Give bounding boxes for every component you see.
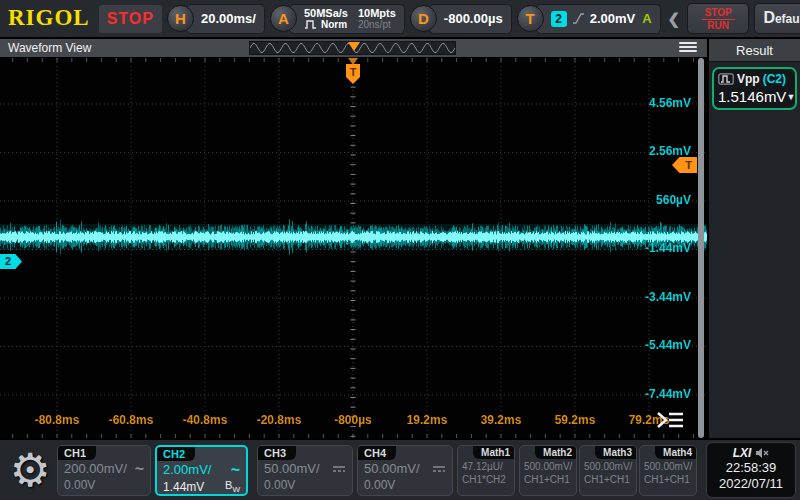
lxi-label: LXI <box>733 446 752 460</box>
trigger-knob[interactable]: T <box>517 5 544 32</box>
acquire-info[interactable]: 50MSa/s Norm 10Mpts 20ns/pt <box>289 4 405 34</box>
dc-coupling-icon <box>432 465 446 473</box>
waveform-view-titlebar: Waveform View <box>0 39 707 57</box>
channel1-block[interactable]: CH1 200.00mV/~ 0.00V <box>57 445 151 496</box>
math1-block[interactable]: Math1 47.12µU/ CH1*CH2 <box>457 445 515 496</box>
dc-coupling-icon <box>332 465 346 473</box>
math3-block[interactable]: Math3 500.00mV/ CH1+CH1 <box>579 445 637 496</box>
acquire-knob[interactable]: A <box>270 5 297 32</box>
menu-icon[interactable] <box>679 42 697 52</box>
trigger-source-badge: 2 <box>551 11 567 27</box>
acquire-control[interactable]: A 50MSa/s Norm 10Mpts 20ns/pt <box>270 4 405 34</box>
default-button[interactable]: Default <box>754 3 800 34</box>
ac-coupling-icon: ~ <box>231 462 240 477</box>
sample-rate: 50MSa/s <box>304 7 348 19</box>
rigol-gear-icon[interactable]: ⚙ <box>6 444 54 496</box>
pulse-icon <box>304 20 318 29</box>
delay-knob[interactable]: D <box>410 5 437 32</box>
trigger-info[interactable]: 2 2.00mV A <box>536 4 661 34</box>
rigol-logo: RIGOL <box>4 5 94 33</box>
stop-label: STOP <box>702 7 735 20</box>
trigger-status: A <box>642 11 651 26</box>
system-status-box[interactable]: LXI 22:58:39 2022/07/11 <box>706 442 796 498</box>
speaker-muted-icon <box>755 447 769 459</box>
sample-resolution: 20ns/pt <box>358 19 396 31</box>
overview-trigger-marker[interactable] <box>348 42 360 51</box>
channel4-block[interactable]: CH4 50.00mV/ 0.00V <box>357 445 453 496</box>
channel2-block[interactable]: CH2 2.00mV/~ 1.44mVBW <box>155 445 248 496</box>
run-label: RUN <box>702 20 735 31</box>
measurement-value: 1.5146mV <box>718 88 786 105</box>
trigger-position-marker[interactable]: T <box>346 58 360 84</box>
system-time: 22:58:39 <box>707 460 795 476</box>
delay-value[interactable]: -800.00µs <box>429 4 512 34</box>
stop-run-button[interactable]: STOP RUN <box>687 3 749 34</box>
measurement-source: (C2) <box>763 72 786 86</box>
waveform-overview-strip[interactable] <box>249 41 456 55</box>
expand-menu-icon[interactable] <box>655 410 685 430</box>
toolbar-prev-arrow[interactable]: ❮ <box>666 10 683 28</box>
ac-coupling-icon: ~ <box>135 461 144 476</box>
run-state-indicator[interactable]: STOP <box>99 5 162 33</box>
result-panel-title: Result <box>709 39 800 62</box>
horizontal-scale[interactable]: 20.00ms/ <box>186 4 265 34</box>
horizontal-control[interactable]: H 20.00ms/ <box>167 4 265 34</box>
delay-control[interactable]: D -800.00µs <box>410 4 512 34</box>
measurement-label: Vpp <box>737 72 760 86</box>
horizontal-knob[interactable]: H <box>167 5 194 32</box>
measurement-pulse-icon <box>718 73 734 85</box>
channel3-block[interactable]: CH3 50.00mV/ 0.00V <box>257 445 353 496</box>
trigger-control[interactable]: T 2 2.00mV A <box>517 4 661 34</box>
system-date: 2022/07/11 <box>707 476 795 492</box>
acquire-mode: Norm <box>321 19 347 31</box>
top-toolbar: RIGOL STOP H 20.00ms/ A 50MSa/s Norm <box>0 0 800 38</box>
bandwidth-limit-badge: BW <box>225 479 240 494</box>
trigger-position-arrow <box>348 58 358 65</box>
math2-block[interactable]: Math2 500.00mV/ CH1+CH1 <box>519 445 577 496</box>
memory-depth: 10Mpts <box>358 7 396 19</box>
oscilloscope-screen: RIGOL STOP H 20.00ms/ A 50MSa/s Norm <box>0 0 800 500</box>
channel2-trace <box>0 58 707 438</box>
graticule-area[interactable]: 4.56mV2.56mV 560µV-1.44mV -3.44mV-5.44mV… <box>0 58 707 438</box>
view-title: Waveform View <box>0 41 91 55</box>
rising-edge-icon <box>572 12 585 25</box>
x-axis-labels: -80.8ms-60.8ms -40.8ms-20.8ms -800µs19.2… <box>27 413 679 427</box>
dropdown-arrow-icon[interactable]: ▼ <box>786 92 795 102</box>
vpp-measurement-card[interactable]: Vpp(C2) 1.5146mV ▼ <box>712 67 797 110</box>
result-panel: Result Vpp(C2) 1.5146mV ▼ <box>708 39 800 438</box>
vertical-scrollbar[interactable] <box>698 58 704 438</box>
bottom-status-bar: ⚙ CH1 200.00mV/~ 0.00V CH2 2.00mV/~ 1.44… <box>0 440 800 500</box>
math4-block[interactable]: Math4 500.00mV/ CH1+CH1 <box>639 445 697 496</box>
trigger-level: 2.00mV <box>590 11 636 26</box>
